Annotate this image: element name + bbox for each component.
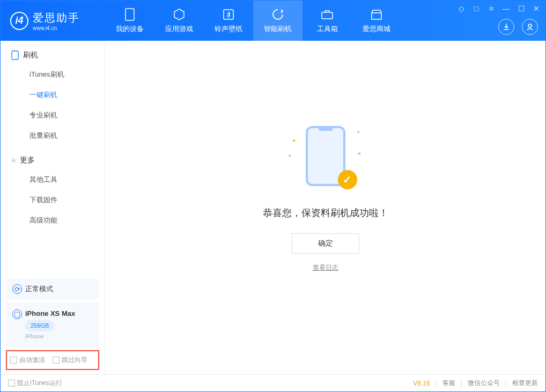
tab-apps[interactable]: 应用游戏 bbox=[154, 1, 204, 41]
mode-icon: ⟳ bbox=[12, 284, 22, 294]
tab-toolbox[interactable]: 工具箱 bbox=[302, 1, 352, 41]
skip-guide-checkbox[interactable]: 跳过向导 bbox=[53, 356, 87, 365]
app-name: 爱思助手 bbox=[33, 11, 80, 25]
menu-icon[interactable]: ≡ bbox=[486, 4, 496, 13]
svg-rect-1 bbox=[224, 10, 233, 19]
phone-icon bbox=[123, 8, 136, 21]
wechat-link[interactable]: 微信公众号 bbox=[468, 379, 500, 388]
logo[interactable]: i4 爱思助手 www.i4.cn bbox=[1, 11, 105, 31]
sidebar-item-itunes-flash[interactable]: iTunes刷机 bbox=[1, 64, 105, 85]
app-url: www.i4.cn bbox=[33, 25, 80, 31]
update-link[interactable]: 检查更新 bbox=[512, 379, 538, 388]
phone-small-icon bbox=[11, 50, 19, 60]
skin-icon[interactable]: ◇ bbox=[456, 4, 466, 13]
svg-point-3 bbox=[528, 24, 532, 27]
auto-activate-checkbox[interactable]: 自动激活 bbox=[10, 356, 45, 365]
tab-ringtones[interactable]: 铃声壁纸 bbox=[204, 1, 253, 41]
success-message: 恭喜您，保资料刷机成功啦！ bbox=[263, 206, 388, 219]
cube-icon bbox=[173, 8, 186, 21]
options-row: 自动激活 跳过向导 bbox=[6, 350, 99, 370]
minimize-button[interactable]: — bbox=[501, 4, 511, 13]
header: i4 爱思助手 www.i4.cn 我的设备 应用游戏 铃声壁纸 智能刷机 工具… bbox=[1, 1, 545, 41]
ok-button[interactable]: 确定 bbox=[292, 233, 359, 254]
device-card[interactable]: ▢iPhone XS Max 256GB iPhone bbox=[6, 302, 99, 347]
sidebar-item-advanced[interactable]: 高级功能 bbox=[1, 210, 105, 231]
main-content: ✦✦✦✦ ✓ 恭喜您，保资料刷机成功啦！ 确定 查看日志 bbox=[105, 41, 545, 374]
user-button[interactable] bbox=[522, 19, 538, 35]
storage-badge: 256GB bbox=[25, 320, 54, 331]
footer: 阻止iTunes运行 V8.16 | 客服 | 微信公众号 | 检查更新 bbox=[1, 374, 545, 391]
device-name: iPhone XS Max bbox=[25, 309, 75, 317]
tab-flash[interactable]: 智能刷机 bbox=[253, 1, 302, 41]
sidebar-item-batch-flash[interactable]: 批量刷机 bbox=[1, 125, 105, 146]
checkmark-icon: ✓ bbox=[338, 170, 357, 189]
mode-card[interactable]: ⟳正常模式 bbox=[6, 279, 99, 300]
device-icon: ▢ bbox=[12, 309, 22, 319]
window-controls: ◇ □ ≡ — ☐ ✕ bbox=[456, 4, 541, 13]
refresh-icon bbox=[271, 8, 284, 21]
logo-icon: i4 bbox=[10, 12, 28, 30]
sidebar-item-pro-flash[interactable]: 专业刷机 bbox=[1, 105, 105, 125]
tab-my-device[interactable]: 我的设备 bbox=[105, 1, 154, 41]
device-type: iPhone bbox=[12, 331, 93, 342]
download-button[interactable] bbox=[498, 19, 514, 35]
sidebar-item-oneclick-flash[interactable]: 一键刷机 bbox=[1, 85, 105, 105]
svg-rect-4 bbox=[12, 51, 18, 60]
sidebar-item-other-tools[interactable]: 其他工具 bbox=[1, 169, 105, 190]
service-link[interactable]: 客服 bbox=[442, 379, 455, 388]
list-icon: ≡ bbox=[11, 156, 16, 165]
view-log-link[interactable]: 查看日志 bbox=[313, 263, 338, 272]
sidebar-section-flash: 刷机 bbox=[1, 50, 105, 64]
sidebar-section-more: ≡ 更多 bbox=[1, 156, 105, 169]
sidebar: 刷机 iTunes刷机 一键刷机 专业刷机 批量刷机 ≡ 更多 其他工具 下载固… bbox=[1, 41, 105, 374]
block-itunes-checkbox[interactable]: 阻止iTunes运行 bbox=[8, 379, 62, 388]
svg-rect-2 bbox=[322, 12, 333, 19]
music-icon bbox=[222, 8, 235, 21]
success-illustration: ✦✦✦✦ ✓ bbox=[291, 122, 360, 191]
version-label: V8.16 bbox=[413, 380, 430, 387]
close-button[interactable]: ✕ bbox=[532, 4, 541, 13]
tab-store[interactable]: 爱思商城 bbox=[352, 1, 401, 41]
sidebar-item-download-fw[interactable]: 下载固件 bbox=[1, 190, 105, 210]
maximize-button[interactable]: ☐ bbox=[517, 4, 526, 13]
svg-rect-0 bbox=[126, 9, 134, 20]
toolbox-icon bbox=[321, 8, 334, 21]
store-icon bbox=[370, 8, 383, 21]
feedback-icon[interactable]: □ bbox=[471, 4, 481, 13]
main-tabs: 我的设备 应用游戏 铃声壁纸 智能刷机 工具箱 爱思商城 bbox=[105, 1, 401, 41]
